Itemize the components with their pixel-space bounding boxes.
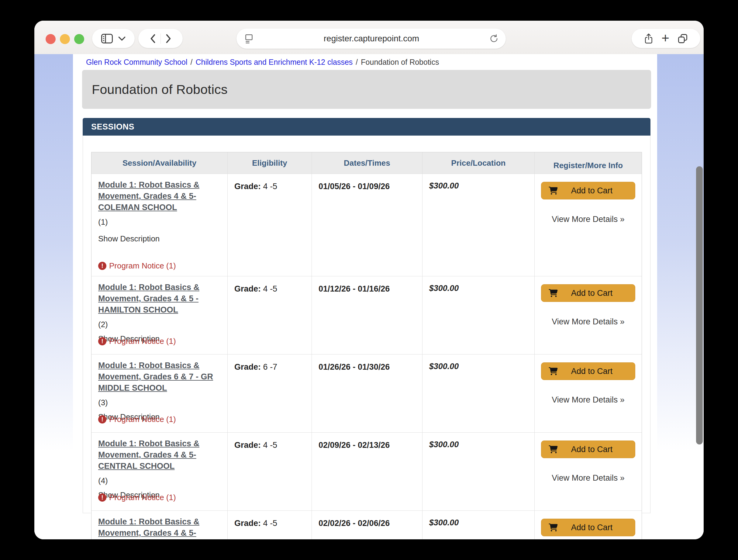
address-bar[interactable]: register.capturepoint.com bbox=[237, 29, 506, 49]
sidebar-toggle-icon[interactable] bbox=[101, 33, 113, 44]
breadcrumb-separator: / bbox=[190, 58, 193, 66]
view-more-details-link[interactable]: View More Details » bbox=[552, 215, 625, 224]
alert-icon: ! bbox=[98, 262, 106, 270]
dates-cell: 01/12/26 - 01/16/26 bbox=[312, 276, 422, 354]
price-cell: $300.00 bbox=[422, 354, 534, 432]
view-more-details-link[interactable]: View More Details » bbox=[552, 317, 625, 326]
tab-overview-icon[interactable] bbox=[677, 33, 688, 44]
add-to-cart-button[interactable]: Add to Cart bbox=[541, 362, 635, 380]
program-notice-link[interactable]: !Program Notice (1) bbox=[98, 336, 176, 346]
eligibility-cell: Grade: 6 -7 bbox=[227, 354, 312, 432]
register-cell: Add to Cart View More Details » bbox=[534, 174, 642, 276]
session-title-link[interactable]: Module 1: Robot Basics & Movement, Grade… bbox=[98, 360, 221, 394]
cart-icon bbox=[548, 187, 558, 195]
breadcrumb-link-category[interactable]: Childrens Sports and Enrichment K-12 cla… bbox=[196, 58, 353, 66]
program-notice-link[interactable]: !Program Notice (1) bbox=[98, 493, 176, 502]
alert-icon: ! bbox=[98, 493, 106, 502]
date-range: 01/26/26 - 01/30/26 bbox=[319, 362, 415, 372]
grade-label: Grade: bbox=[234, 182, 261, 191]
add-to-cart-button[interactable]: Add to Cart bbox=[541, 284, 635, 302]
date-range: 01/12/26 - 01/16/26 bbox=[319, 284, 415, 294]
cart-icon bbox=[548, 367, 558, 375]
register-cell: Add to Cart View More Details » bbox=[534, 354, 642, 432]
sessions-panel-header: SESSIONS bbox=[83, 118, 651, 135]
scrollbar-thumb[interactable] bbox=[696, 166, 703, 445]
grade-value: 4 -5 bbox=[263, 284, 278, 293]
close-window-button[interactable] bbox=[46, 34, 56, 44]
minimize-window-button[interactable] bbox=[60, 34, 70, 44]
new-tab-icon[interactable]: + bbox=[661, 31, 669, 45]
eligibility-cell: Grade: 4 -5 bbox=[227, 276, 312, 354]
page-background: Glen Rock Community School/Childrens Spo… bbox=[34, 54, 704, 539]
session-title-link[interactable]: Module 1: Robot Basics & Movement, Grade… bbox=[98, 282, 221, 316]
add-to-cart-button[interactable]: Add to Cart bbox=[541, 519, 635, 536]
session-title-link[interactable]: Module 1: Robot Basics & Movement, Grade… bbox=[98, 179, 221, 213]
price: $300.00 bbox=[429, 440, 528, 449]
dates-cell: 01/26/26 - 01/30/26 bbox=[312, 354, 422, 432]
dates-cell: 01/05/26 - 01/09/26 bbox=[312, 174, 422, 276]
table-row: Module 1: Robot Basics & Movement, Grade… bbox=[91, 174, 642, 276]
page-content: Glen Rock Community School/Childrens Spo… bbox=[73, 54, 657, 539]
breadcrumb-link-school[interactable]: Glen Rock Community School bbox=[86, 58, 187, 66]
eligibility-cell: Grade: 4 -5 bbox=[227, 511, 312, 539]
grade-value: 4 -5 bbox=[263, 519, 278, 528]
price-cell: $300.00 bbox=[422, 276, 534, 354]
session-cell: Module 1: Robot Basics & Movement, Grade… bbox=[91, 354, 227, 432]
grade-value: 4 -5 bbox=[263, 441, 278, 450]
add-to-cart-button[interactable]: Add to Cart bbox=[541, 182, 635, 200]
sidebar-controls bbox=[92, 29, 135, 48]
chevron-down-icon[interactable] bbox=[118, 36, 126, 41]
sessions-panel-title: SESSIONS bbox=[91, 122, 134, 131]
grade-label: Grade: bbox=[234, 362, 261, 371]
sessions-panel-body: Session/Availability Eligibility Dates/T… bbox=[83, 135, 651, 513]
page-settings-icon[interactable] bbox=[244, 33, 254, 44]
traffic-lights bbox=[46, 34, 84, 44]
program-notice-label: Program Notice (1) bbox=[109, 415, 176, 424]
grade-value: 4 -5 bbox=[263, 182, 278, 191]
url-text[interactable]: register.capturepoint.com bbox=[254, 34, 489, 43]
back-icon[interactable] bbox=[148, 33, 157, 44]
session-cell: Module 1: Robot Basics & Movement, Grade… bbox=[91, 276, 227, 354]
eligibility-cell: Grade: 4 -5 bbox=[227, 174, 312, 276]
browser-toolbar: register.capturepoint.com + bbox=[34, 21, 704, 54]
zoom-window-button[interactable] bbox=[74, 34, 84, 44]
session-cell: Module 1: Robot Basics & Movement, Grade… bbox=[91, 174, 227, 276]
session-count: (2) bbox=[98, 320, 221, 329]
date-range: 02/02/26 - 02/06/26 bbox=[319, 519, 415, 528]
program-notice-link[interactable]: !Program Notice (1) bbox=[98, 415, 176, 424]
session-title-link[interactable]: Module 1: Robot Basics & Movement, Grade… bbox=[98, 438, 221, 472]
reload-icon[interactable] bbox=[489, 34, 498, 43]
show-description-link[interactable]: Show Description bbox=[98, 234, 221, 244]
description-notice-overlap: Show Description !Program Notice (1) bbox=[98, 334, 221, 349]
date-range: 02/09/26 - 02/13/26 bbox=[319, 441, 415, 450]
column-header-eligibility: Eligibility bbox=[227, 152, 312, 174]
program-notice-link[interactable]: !Program Notice (1) bbox=[98, 261, 221, 271]
price: $300.00 bbox=[429, 362, 528, 371]
add-to-cart-label: Add to Cart bbox=[558, 289, 626, 298]
page-title-banner: Foundation of Robotics bbox=[82, 70, 651, 109]
grade-label: Grade: bbox=[234, 519, 261, 528]
program-notice-label: Program Notice (1) bbox=[109, 261, 176, 271]
add-to-cart-button[interactable]: Add to Cart bbox=[541, 441, 635, 458]
alert-icon: ! bbox=[98, 415, 106, 424]
price-cell: $300.00 bbox=[422, 174, 534, 276]
session-title-link[interactable]: Module 1: Robot Basics & Movement, Grade… bbox=[98, 516, 221, 539]
dates-cell: 02/09/26 - 02/13/26 bbox=[312, 433, 422, 511]
view-more-details-link[interactable]: View More Details » bbox=[552, 473, 625, 483]
program-notice-label: Program Notice (1) bbox=[109, 493, 176, 502]
session-cell: Module 1: Robot Basics & Movement, Grade… bbox=[91, 433, 227, 511]
session-cell: Module 1: Robot Basics & Movement, Grade… bbox=[91, 511, 227, 539]
browser-window: register.capturepoint.com + Glen Rock Co… bbox=[34, 21, 704, 539]
page-title: Foundation of Robotics bbox=[92, 82, 228, 97]
forward-icon[interactable] bbox=[164, 33, 173, 44]
view-more-details-link[interactable]: View More Details » bbox=[552, 395, 625, 404]
price-cell: $300.00 bbox=[422, 433, 534, 511]
cart-icon bbox=[548, 524, 558, 531]
price-cell: $300.00 bbox=[422, 511, 534, 539]
column-header-price: Price/Location bbox=[422, 152, 534, 174]
divider bbox=[160, 33, 161, 44]
program-notice-label: Program Notice (1) bbox=[109, 336, 176, 346]
share-icon[interactable] bbox=[644, 33, 654, 44]
breadcrumb: Glen Rock Community School/Childrens Spo… bbox=[86, 58, 439, 67]
sessions-table: Session/Availability Eligibility Dates/T… bbox=[91, 152, 642, 539]
